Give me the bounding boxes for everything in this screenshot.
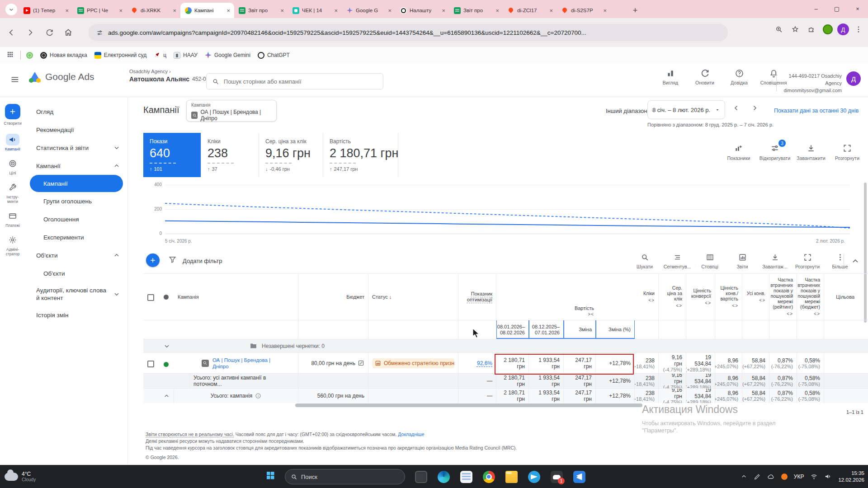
campaign-filter-chip[interactable]: Кампанія ОА | Пошук | Брендова | Дніпро xyxy=(186,100,277,122)
tab-close-icon[interactable]: × xyxy=(333,7,339,14)
scorecard[interactable]: Вартість 2 180,71 грн 247,17 грн xyxy=(323,133,398,177)
taskbar-app-icon[interactable] xyxy=(525,468,542,485)
status-chip[interactable]: Обмежено стратегією призна xyxy=(372,358,454,368)
volume-icon[interactable] xyxy=(824,473,832,480)
subheader-cell[interactable]: Зміна (%) xyxy=(596,320,635,339)
browser-tab[interactable]: PPC | Че × xyxy=(73,3,127,18)
taskbar-app-icon[interactable] xyxy=(412,468,429,485)
sidebar-nav-item[interactable]: Аудиторії, ключові слова й контент xyxy=(25,282,127,306)
zoom-icon[interactable] xyxy=(772,23,786,36)
browser-tab[interactable]: Звіт про × xyxy=(449,3,503,18)
column-header-metric[interactable]: Частка втрачених показів у пошуковій мер… xyxy=(769,274,797,320)
bookmark-item[interactable]: ц xyxy=(150,50,170,61)
table-tool-button[interactable]: Сегментув... xyxy=(662,253,693,269)
pen-icon[interactable] xyxy=(754,473,761,480)
chart-tool-button[interactable]: Розгорнути xyxy=(831,144,863,161)
bookmark-item[interactable]: Google Gemini xyxy=(201,50,254,61)
next-range-button[interactable] xyxy=(750,104,759,114)
column-header-metric[interactable]: Сер. ціна за клік <> xyxy=(659,274,686,320)
tab-close-icon[interactable]: × xyxy=(64,7,70,14)
header-action-button[interactable]: Вигляд xyxy=(656,69,684,85)
scorecard[interactable]: Покази 640 101 xyxy=(143,133,201,177)
taskbar-weather[interactable]: 4°C Cloudy xyxy=(0,471,54,482)
column-header-target[interactable]: Цільова xyxy=(836,294,854,300)
hamburger-menu-icon[interactable] xyxy=(10,75,20,86)
sidebar-nav-item[interactable]: Оголошення xyxy=(25,210,127,228)
browser-tab[interactable]: ЧЕК | 14 × xyxy=(288,3,342,18)
taskbar-app-icon[interactable] xyxy=(435,468,452,485)
row-checkbox[interactable] xyxy=(147,361,154,367)
edit-budget-icon[interactable] xyxy=(358,360,364,366)
performance-line-chart[interactable] xyxy=(165,185,850,234)
taskbar-app-icon[interactable] xyxy=(458,468,475,485)
table-tool-button[interactable]: Шукати xyxy=(629,253,660,269)
chart-tool-button[interactable]: Відкоригувати 3 xyxy=(759,144,791,161)
rail-item[interactable]: Платежі xyxy=(0,210,25,228)
sidebar-nav-item[interactable]: Історія змін xyxy=(25,306,127,324)
table-tool-button[interactable]: Розгорнути xyxy=(792,253,823,269)
extensions-puzzle-icon[interactable] xyxy=(805,23,818,36)
bookmark-item[interactable]: Електронний суд xyxy=(91,50,151,61)
wifi-icon[interactable] xyxy=(810,473,818,480)
tab-close-icon[interactable]: × xyxy=(440,7,447,14)
utorrent-icon[interactable] xyxy=(26,52,33,59)
subheader-cell[interactable]: 08.12.2025– 07.01.2026 xyxy=(529,320,564,339)
sidebar-nav-item[interactable]: Статистика й звіти xyxy=(25,139,127,157)
rail-item[interactable]: Інстру- менти xyxy=(0,182,25,204)
filter-funnel-icon[interactable] xyxy=(168,255,177,266)
sidebar-nav-item[interactable]: Об'єкти xyxy=(25,264,127,282)
table-tool-button[interactable]: Завантаж... xyxy=(760,253,790,269)
forward-button[interactable] xyxy=(23,25,38,40)
bookmark-item[interactable]: Новая вкладка xyxy=(37,50,91,61)
sidebar-nav-item[interactable]: Рекомендації xyxy=(25,121,127,139)
enabled-status-dot[interactable] xyxy=(164,362,169,367)
tab-search-button[interactable] xyxy=(5,4,17,15)
date-range-dropdown[interactable]: 8 січ. – 8 лют. 2026 р. xyxy=(647,100,725,119)
rail-item[interactable]: Адміні- стратор xyxy=(0,234,25,256)
browser-menu-icon[interactable] xyxy=(852,23,865,36)
browser-tab[interactable]: Google G × xyxy=(342,3,396,18)
column-header-cost[interactable]: Вартість>< xyxy=(575,305,594,317)
column-header-status[interactable]: Статус ↓ xyxy=(372,294,392,300)
add-filter-plus-button[interactable] xyxy=(146,253,160,267)
new-tab-button[interactable]: + xyxy=(629,5,641,16)
scorecard[interactable]: Сер. ціна за клік 9,16 грн -0,46 грн xyxy=(259,133,323,177)
taskbar-clock[interactable]: 15:35 12.02.2026 xyxy=(838,470,864,483)
site-settings-icon[interactable] xyxy=(96,29,104,37)
sidebar-nav-item[interactable]: Групи оголошень xyxy=(25,192,127,210)
sidebar-nav-item[interactable]: Об'єкти xyxy=(25,246,127,264)
sidebar-nav-item[interactable]: Експерименти xyxy=(25,228,127,246)
browser-tab[interactable]: di-S2S7P × xyxy=(557,3,611,18)
column-header-opt-score[interactable]: Показник оптимізації xyxy=(462,291,492,303)
browser-tab[interactable]: Звіт про × xyxy=(234,3,288,18)
tab-close-icon[interactable]: × xyxy=(279,7,285,14)
url-text[interactable]: ads.google.com/aw/campaigns?campaignId=2… xyxy=(108,29,586,36)
start-button[interactable] xyxy=(265,470,276,483)
browser-tab[interactable]: (1) Тепер × xyxy=(19,3,73,18)
tab-close-icon[interactable]: × xyxy=(118,7,124,14)
home-button[interactable] xyxy=(61,25,76,40)
tab-close-icon[interactable]: × xyxy=(171,7,178,14)
column-header-campaign[interactable]: Кампанія xyxy=(178,294,199,300)
header-action-button[interactable]: Довідка xyxy=(725,69,753,85)
table-horizontal-scrollbar[interactable] xyxy=(295,404,642,407)
column-header-metric[interactable]: Цінність конверсії <> xyxy=(686,274,715,320)
ads-search-box[interactable] xyxy=(206,73,383,89)
header-action-button[interactable]: Оновити xyxy=(691,69,719,85)
show-last-30-days-link[interactable]: Показати дані за останні 30 днів xyxy=(774,108,859,114)
hidden-icons-chevron[interactable] xyxy=(741,473,747,480)
tab-close-icon[interactable]: × xyxy=(602,7,608,14)
learn-more-link[interactable]: Докладніше xyxy=(398,432,424,437)
scorecard[interactable]: Кліки 238 37 xyxy=(201,133,259,177)
ads-profile-avatar[interactable]: Д xyxy=(846,71,861,86)
status-dot-header-icon[interactable] xyxy=(164,295,169,300)
column-header-metric[interactable]: Усі конв. <> xyxy=(742,274,769,320)
column-header-metric[interactable]: Частка втрачених показів у пошуковій мер… xyxy=(797,274,824,320)
info-icon[interactable] xyxy=(255,393,261,399)
subheader-cell[interactable]: 08.01.2026– 08.02.2026 xyxy=(496,320,529,339)
tray-orange-icon[interactable] xyxy=(781,474,788,480)
column-header-budget[interactable]: Бюджет xyxy=(346,294,364,300)
subheader-cell[interactable]: Зміна xyxy=(564,320,596,339)
previous-range-button[interactable] xyxy=(732,104,741,114)
refresh-button[interactable] xyxy=(42,25,57,40)
